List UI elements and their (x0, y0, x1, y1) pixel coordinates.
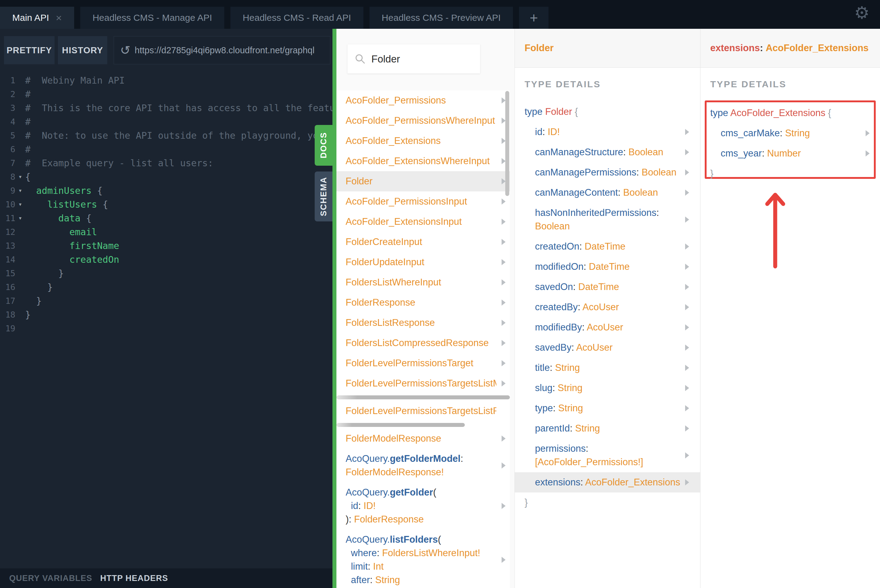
tab-headless-cms-read-api[interactable]: Headless CMS - Read API (230, 7, 363, 29)
editor-line: 19 (0, 322, 332, 335)
fold-arrow-icon[interactable]: ▾ (15, 212, 25, 225)
horizontal-scrollbar-thumb[interactable] (336, 395, 510, 399)
tab-headless-cms-manage-api[interactable]: Headless CMS - Manage API (80, 7, 224, 29)
fold-arrow-icon[interactable]: ▾ (15, 198, 25, 212)
doc-row[interactable]: hasNonInheritedPermissions:Boolean (515, 203, 700, 236)
chevron-right-icon (685, 385, 689, 391)
endpoint-url-input[interactable] (135, 45, 330, 56)
prettify-button[interactable]: PRETTIFY (4, 36, 54, 64)
horizontal-scrollbar[interactable] (336, 393, 510, 401)
doc-row[interactable]: type: String (515, 398, 700, 418)
doc-row[interactable]: id: ID! (515, 122, 700, 142)
doc-row[interactable]: slug: String (515, 378, 700, 398)
docs-search-input[interactable] (371, 53, 502, 65)
folder-pane-header: Folder (515, 29, 700, 68)
extensions-header-field: extensions (710, 43, 760, 54)
fold-gutter (15, 74, 25, 87)
annotation-box: type AcoFolder_Extensions {cms_carMake: … (705, 100, 876, 179)
doc-row[interactable]: FoldersListCompressedResponse (336, 333, 510, 353)
http-headers-tab[interactable]: HTTP HEADERS (100, 574, 168, 583)
doc-row[interactable]: permissions:[AcoFolder_Permissions!] (515, 438, 700, 472)
doc-row[interactable]: FolderCreateInput (336, 232, 510, 252)
chevron-right-icon (502, 360, 506, 366)
doc-row[interactable]: AcoFolder_ExtensionsInput (336, 212, 510, 232)
doc-row[interactable]: AcoQuery.listFolders( where: FoldersList… (336, 530, 510, 588)
doc-row[interactable]: AcoFolder_Permissions (336, 90, 510, 111)
query-variables-tab[interactable]: QUERY VARIABLES (9, 574, 92, 583)
refresh-icon[interactable]: ↺ (120, 43, 131, 57)
schema-tab[interactable]: SCHEMA (315, 171, 332, 221)
doc-row[interactable]: FolderLevelPermissionsTarget (336, 353, 510, 374)
doc-row[interactable]: cms_year: Number (707, 143, 874, 164)
doc-row[interactable]: AcoFolder_PermissionsWhereInput (336, 111, 510, 131)
query-editor-pane: PRETTIFY HISTORY ↺ 1# Webiny Main API2#3… (0, 29, 332, 588)
line-number: 19 (0, 322, 15, 335)
doc-row[interactable]: savedOn: DateTime (515, 277, 700, 297)
code-text: createdOn (25, 253, 119, 266)
doc-row[interactable]: AcoFolder_PermissionsInput (336, 191, 510, 212)
editor-line: 12 email (0, 225, 332, 239)
vertical-scrollbar[interactable] (505, 91, 509, 196)
doc-row[interactable]: parentId: String (515, 418, 700, 438)
fold-gutter (15, 294, 25, 308)
chevron-right-icon (502, 435, 506, 442)
horizontal-scrollbar-thumb[interactable] (336, 423, 465, 427)
code-text: firstName (25, 239, 119, 253)
doc-row[interactable]: FolderResponse (336, 292, 510, 313)
doc-row[interactable]: FoldersListWhereInput (336, 272, 510, 292)
history-button[interactable]: HISTORY (58, 36, 107, 64)
doc-row[interactable]: Folder (336, 171, 510, 191)
query-editor[interactable]: 1# Webiny Main API2#3# This is the core … (0, 74, 332, 567)
doc-row[interactable]: savedBy: AcoUser (515, 338, 700, 358)
doc-row: } (515, 492, 700, 513)
doc-row[interactable]: createdBy: AcoUser (515, 297, 700, 317)
code-text: listUsers { (25, 198, 108, 212)
docs-pane-divider[interactable] (332, 29, 336, 588)
doc-row[interactable]: FolderLevelPermissionsTargetsListRespo (336, 401, 510, 421)
tab-label: Headless CMS - Read API (243, 12, 351, 23)
doc-row[interactable]: AcoFolder_ExtensionsWhereInput (336, 151, 510, 171)
doc-row[interactable]: FolderLevelPermissionsTargetsListMeta (336, 374, 510, 393)
line-number: 1 (0, 74, 15, 87)
folder-pane-title: Folder (524, 43, 554, 54)
doc-row[interactable]: FolderModelResponse (336, 429, 510, 448)
line-number: 3 (0, 101, 15, 115)
fold-gutter (15, 156, 25, 170)
doc-row[interactable]: modifiedBy: AcoUser (515, 317, 700, 338)
new-tab-button[interactable]: + (519, 7, 548, 29)
close-tab-icon[interactable]: × (56, 12, 62, 23)
code-text: # Note: to use the API outside of the pl… (25, 129, 318, 142)
editor-line: 1# Webiny Main API (0, 74, 332, 87)
code-text: # (25, 115, 31, 129)
doc-row[interactable]: AcoFolder_Extensions (336, 131, 510, 151)
doc-row[interactable]: canManageContent: Boolean (515, 183, 700, 203)
chevron-right-icon (685, 264, 689, 270)
tab-headless-cms-preview-api[interactable]: Headless CMS - Preview API (369, 7, 513, 29)
doc-row[interactable]: createdOn: DateTime (515, 236, 700, 256)
tab-main-api[interactable]: Main API× (0, 7, 74, 29)
doc-row[interactable]: title: String (515, 358, 700, 378)
docs-search-box (347, 44, 480, 74)
chevron-right-icon (502, 219, 506, 225)
doc-row[interactable]: canManagePermissions: Boolean (515, 162, 700, 183)
doc-row[interactable]: AcoQuery.getFolderModel:FolderModelRespo… (336, 448, 510, 482)
doc-row[interactable]: modifiedOn: DateTime (515, 256, 700, 277)
line-number: 13 (0, 239, 15, 253)
line-number: 9 (0, 184, 15, 198)
tab-bar: Main API×Headless CMS - Manage APIHeadle… (0, 0, 880, 29)
doc-row[interactable]: AcoQuery.getFolder( id: ID!): FolderResp… (336, 482, 510, 530)
doc-row[interactable]: extensions: AcoFolder_Extensions (515, 472, 700, 492)
doc-row[interactable]: FoldersListResponse (336, 313, 510, 333)
fold-arrow-icon[interactable]: ▾ (15, 184, 25, 198)
horizontal-scrollbar[interactable] (336, 421, 510, 429)
line-number: 18 (0, 308, 15, 322)
fold-gutter (15, 253, 25, 266)
doc-row[interactable]: FolderUpdateInput (336, 252, 510, 272)
doc-row[interactable]: cms_carMake: String (707, 123, 874, 143)
doc-row[interactable]: canManageStructure: Boolean (515, 142, 700, 162)
chevron-right-icon (685, 129, 689, 135)
fold-arrow-icon[interactable]: ▾ (15, 170, 25, 184)
settings-gear-icon[interactable]: ⚙ (854, 4, 869, 21)
docs-tab[interactable]: DOCS (315, 125, 332, 166)
editor-line: 18} (0, 308, 332, 322)
